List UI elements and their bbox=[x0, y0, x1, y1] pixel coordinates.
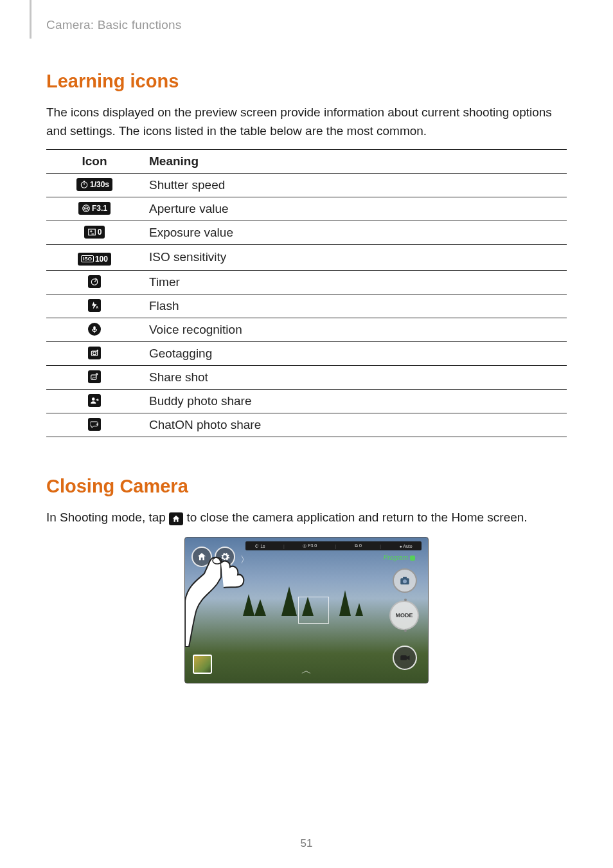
svg-point-14 bbox=[93, 352, 96, 355]
header-icon: Icon bbox=[46, 150, 143, 174]
tab-region bbox=[30, 0, 31, 39]
svg-point-18 bbox=[403, 579, 407, 583]
chaton-photo-share-icon bbox=[88, 418, 101, 431]
timer-icon bbox=[88, 275, 101, 288]
meaning-cell: Aperture value bbox=[143, 197, 567, 221]
heading-closing-camera: Closing Camera bbox=[46, 476, 567, 497]
header-meaning: Meaning bbox=[143, 150, 567, 174]
table-row: Share shot bbox=[46, 365, 567, 389]
svg-rect-19 bbox=[403, 577, 407, 579]
iso-sensitivity-icon: ISO 100 bbox=[78, 253, 111, 266]
aperture-value-icon: F3.1 bbox=[78, 202, 111, 215]
voice-recognition-icon bbox=[88, 323, 101, 336]
breadcrumb: Camera: Basic functions bbox=[46, 18, 567, 32]
meaning-cell: Timer bbox=[143, 270, 567, 294]
table-row: F3.1 Aperture value bbox=[46, 197, 567, 221]
svg-rect-20 bbox=[400, 655, 407, 660]
meaning-cell: ISO sensitivity bbox=[143, 245, 567, 271]
table-row: Timer bbox=[46, 270, 567, 294]
meaning-cell: Share shot bbox=[143, 365, 567, 389]
meaning-cell: Flash bbox=[143, 294, 567, 318]
camera-preview-illustration: ⏱ 1s | ◎ F3.0 | ⧉ 0 | ● Auto 〉 Program M… bbox=[184, 537, 429, 683]
section1-body: The icons displayed on the preview scree… bbox=[46, 104, 567, 140]
table-row: A Flash bbox=[46, 294, 567, 318]
table-row: Buddy photo share bbox=[46, 389, 567, 413]
table-row: Voice recognition bbox=[46, 318, 567, 341]
geotagging-icon bbox=[88, 347, 101, 359]
flash-icon: A bbox=[88, 299, 101, 312]
svg-point-16 bbox=[92, 397, 95, 401]
section2-body: In Shooting mode, tap to close the camer… bbox=[46, 509, 567, 527]
up-chevron-icon[interactable]: ︿ bbox=[301, 664, 312, 678]
icon-meaning-table: Icon Meaning 1/30s Shutter speed F3. bbox=[46, 149, 567, 437]
meaning-cell: ChatON photo share bbox=[143, 413, 567, 437]
share-shot-icon bbox=[88, 370, 101, 383]
shutter-button[interactable] bbox=[393, 568, 417, 593]
svg-rect-11 bbox=[93, 326, 96, 330]
svg-text:A: A bbox=[96, 305, 98, 309]
meaning-cell: Geotagging bbox=[143, 341, 567, 365]
meaning-cell: Exposure value bbox=[143, 221, 567, 245]
focus-frame bbox=[298, 597, 329, 624]
video-record-button[interactable] bbox=[393, 646, 417, 670]
mode-button[interactable]: MODE bbox=[389, 601, 419, 630]
gallery-thumbnail[interactable] bbox=[193, 655, 212, 674]
table-row: 0 Exposure value bbox=[46, 221, 567, 245]
meaning-cell: Voice recognition bbox=[143, 318, 567, 341]
hand-illustration bbox=[185, 550, 262, 647]
svg-rect-2 bbox=[84, 181, 85, 182]
table-row: ChatON photo share bbox=[46, 413, 567, 437]
heading-learning-icons: Learning icons bbox=[46, 71, 567, 92]
meaning-cell: Buddy photo share bbox=[143, 389, 567, 413]
home-icon bbox=[169, 512, 183, 525]
svg-line-9 bbox=[94, 280, 96, 282]
table-row: ISO 100 ISO sensitivity bbox=[46, 245, 567, 271]
exposure-value-icon: 0 bbox=[84, 226, 105, 239]
preview-topbar: ⏱ 1s | ◎ F3.0 | ⧉ 0 | ● Auto bbox=[245, 541, 422, 550]
table-row: 1/30s Shutter speed bbox=[46, 174, 567, 197]
buddy-photo-share-icon bbox=[88, 394, 101, 407]
mode-label: Program bbox=[384, 554, 415, 561]
shutter-speed-icon: 1/30s bbox=[76, 178, 112, 191]
table-row: Geotagging bbox=[46, 341, 567, 365]
page-number: 51 bbox=[0, 837, 613, 850]
meaning-cell: Shutter speed bbox=[143, 174, 567, 197]
